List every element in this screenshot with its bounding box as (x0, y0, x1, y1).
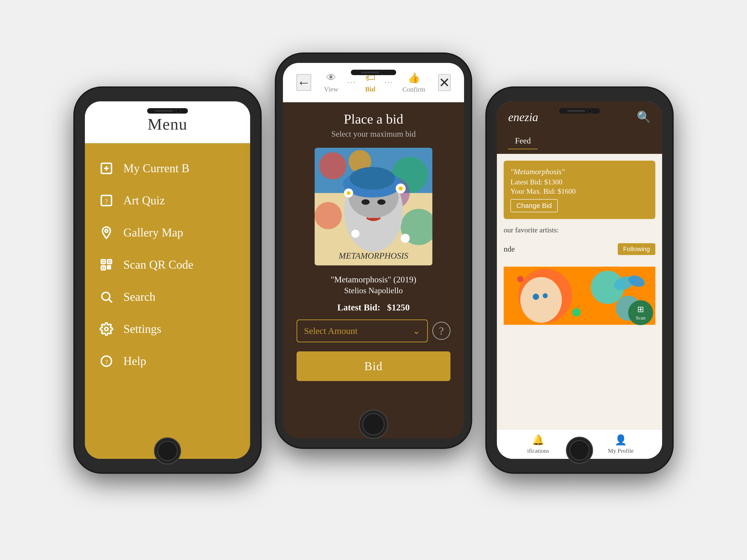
menu-label-settings: Settings (123, 322, 161, 336)
bid-latest-value: $1250 (387, 302, 410, 313)
scene: Menu My Current B ? Ar (57, 31, 690, 529)
question-square-icon: ? (99, 192, 114, 208)
svg-rect-10 (109, 261, 110, 263)
feed-artwork-thumbnail: ⊞ Scan (504, 264, 655, 327)
svg-point-52 (572, 308, 581, 317)
feed-bid-card: "Metamorphosis" Latest Bid: $1300 Your M… (504, 161, 655, 219)
close-button[interactable]: ✕ (438, 74, 450, 91)
menu-item-scan-qr[interactable]: Scan QR Code (85, 249, 250, 281)
menu-label-help: Help (123, 354, 146, 368)
view-label: View (324, 85, 338, 93)
confirm-label: Confirm (402, 85, 425, 93)
menu-item-art-quiz[interactable]: ? Art Quiz (85, 184, 250, 216)
notifications-label: ifications (527, 448, 549, 454)
confirm-icon: 👍 (408, 72, 420, 84)
bid-help-button[interactable]: ? (432, 322, 450, 340)
bid-submit-button[interactable]: Bid (297, 351, 450, 381)
select-amount-dropdown[interactable]: Select Amount ⌄ (297, 319, 428, 342)
menu-label-gallery-map: Gallery Map (123, 226, 183, 239)
feed-card-latest-bid: Latest Bid: $1300 (511, 178, 648, 186)
svg-point-34 (377, 199, 386, 205)
notifications-icon: 🔔 (532, 434, 544, 446)
menu-label-my-current: My Current B (123, 162, 189, 175)
search-icon[interactable]: 🔍 (637, 110, 651, 124)
menu-item-settings[interactable]: Settings (85, 313, 250, 345)
bid-topbar: ← 👁 View ··· 🏷 Bid ··· (283, 63, 464, 102)
svg-line-17 (109, 299, 112, 302)
feed-logo: enezia (508, 110, 538, 124)
svg-text:?: ? (105, 358, 108, 365)
svg-rect-14 (107, 267, 109, 269)
right-phone: enezia 🔍 Feed "Metamorphosis" Latest Bid… (487, 88, 672, 473)
chevron-down-icon: ⌄ (413, 326, 420, 336)
svg-point-48 (520, 277, 562, 323)
menu-item-my-current[interactable]: My Current B (85, 152, 250, 184)
svg-point-38 (401, 234, 410, 243)
feed-tabs: Feed (497, 133, 662, 154)
svg-rect-12 (107, 266, 109, 267)
bid-artwork: METAMORPHOSIS (315, 148, 432, 265)
svg-rect-11 (103, 267, 104, 269)
tab-feed[interactable]: Feed (508, 133, 538, 149)
help-icon: ? (99, 353, 114, 369)
view-icon: 👁 (326, 72, 336, 83)
feed-screen: enezia 🔍 Feed "Metamorphosis" Latest Bid… (497, 101, 662, 459)
settings-icon (99, 321, 114, 337)
profile-label: My Profile (608, 448, 634, 454)
bid-subtitle: Select your maximum bid (331, 129, 416, 139)
svg-point-40 (398, 186, 403, 190)
scan-fab-button[interactable]: ⊞ Scan (628, 300, 653, 325)
profile-icon: 👤 (615, 434, 627, 446)
svg-point-51 (517, 276, 523, 282)
svg-point-37 (351, 230, 359, 238)
feed-card-title: "Metamorphosis" (511, 167, 648, 176)
bid-latest-bid: Latest Bid: $1250 (337, 302, 410, 313)
artist-name: nde (504, 245, 515, 254)
bid-artwork-title: "Metamorphosis" (2019) (331, 274, 416, 285)
svg-text:METAMORPHOSIS: METAMORPHOSIS (338, 251, 408, 261)
menu-screen: Menu My Current B ? Ar (85, 101, 250, 459)
svg-point-49 (533, 293, 539, 300)
scan-qr-icon: ⊞ (637, 304, 644, 314)
svg-point-18 (105, 327, 108, 330)
step-dots-1: ··· (347, 78, 356, 87)
select-amount-text: Select Amount (304, 326, 358, 336)
bid-step-view: 👁 View (324, 72, 338, 93)
menu-item-gallery-map[interactable]: Gallery Map (85, 216, 250, 249)
svg-point-32 (350, 167, 395, 190)
svg-rect-9 (103, 261, 104, 263)
menu-label-scan-qr: Scan QR Code (123, 258, 193, 271)
svg-rect-13 (109, 266, 110, 267)
menu-item-search[interactable]: Search (85, 281, 250, 313)
menu-label-art-quiz: Art Quiz (123, 194, 165, 207)
search-icon (99, 289, 114, 305)
svg-point-39 (347, 191, 351, 195)
svg-point-33 (361, 199, 370, 205)
step-dots-2: ··· (384, 78, 393, 87)
menu-body: My Current B ? Art Quiz Galle (85, 143, 250, 459)
svg-point-5 (105, 230, 108, 232)
svg-point-23 (319, 152, 346, 180)
bid-artwork-artist: Stelios Napoliello (344, 286, 403, 295)
bid-label: Bid (365, 85, 375, 93)
svg-rect-15 (109, 267, 110, 269)
menu-label-search: Search (123, 290, 155, 303)
left-phone: Menu My Current B ? Ar (75, 88, 260, 473)
bid-title: Place a bid (344, 111, 403, 127)
feed-header: enezia 🔍 (497, 101, 662, 133)
menu-title: Menu (94, 115, 241, 134)
feed-body: "Metamorphosis" Latest Bid: $1300 Your M… (497, 154, 662, 429)
svg-text:?: ? (105, 197, 108, 205)
menu-item-help[interactable]: ? Help (85, 345, 250, 377)
artists-section-label: our favorite artists: (504, 226, 655, 234)
back-button[interactable]: ← (297, 74, 311, 91)
qr-icon (99, 257, 114, 273)
artist-row: nde Following (504, 241, 655, 257)
center-phone: ← 👁 View ··· 🏷 Bid ··· (276, 54, 471, 448)
following-button[interactable]: Following (618, 243, 655, 255)
bid-select-row: Select Amount ⌄ ? (297, 319, 450, 342)
bid-screen: ← 👁 View ··· 🏷 Bid ··· (283, 63, 464, 438)
svg-point-16 (102, 292, 110, 300)
menu-header: Menu (85, 101, 250, 143)
change-bid-button[interactable]: Change Bid (511, 199, 558, 212)
